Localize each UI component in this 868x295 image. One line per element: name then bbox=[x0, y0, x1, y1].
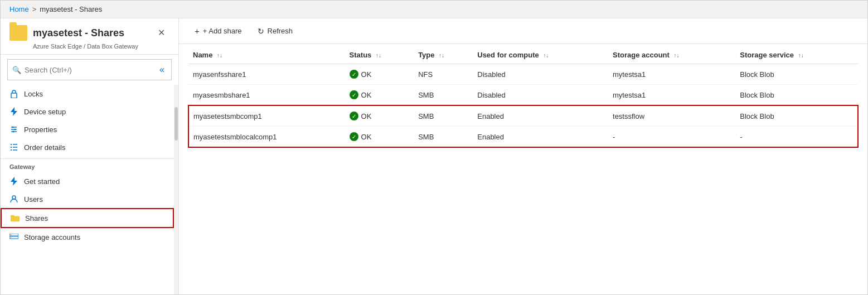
close-button[interactable]: ✕ bbox=[153, 25, 169, 40]
sidebar-item-get-started-label: Get started bbox=[24, 177, 60, 186]
breadcrumb-home[interactable]: Home bbox=[9, 5, 29, 13]
table-row[interactable]: myasetestsmblocalcomp1 ✓ OK SMB Enabled … bbox=[188, 127, 858, 148]
refresh-icon: ↻ bbox=[258, 27, 264, 36]
search-box: 🔍 « bbox=[7, 59, 172, 80]
status-ok-icon: ✓ bbox=[350, 70, 358, 79]
status-ok-icon: ✓ bbox=[350, 90, 358, 99]
cell-storage-account: mytestsa1 bbox=[608, 64, 735, 85]
get-started-icon bbox=[9, 177, 18, 186]
cell-storage-service: Block Blob bbox=[735, 105, 858, 127]
cell-type: SMB bbox=[414, 127, 473, 148]
sidebar-content: Locks Device setup Properties bbox=[1, 85, 174, 294]
cell-name: myasesmbshare1 bbox=[188, 85, 345, 106]
cell-storage-service: Block Blob bbox=[735, 85, 858, 106]
refresh-label: Refresh bbox=[268, 27, 293, 35]
storage-icon bbox=[9, 233, 18, 241]
cell-storage-service: - bbox=[735, 127, 858, 148]
sidebar-item-get-started[interactable]: Get started bbox=[1, 172, 174, 190]
svg-point-15 bbox=[12, 196, 16, 199]
svg-rect-12 bbox=[11, 149, 12, 151]
cell-name: myasenfsshare1 bbox=[188, 64, 345, 85]
status-label: OK bbox=[361, 91, 372, 99]
breadcrumb: Home > myasetest - Shares bbox=[1, 1, 867, 18]
shares-table: Name ↑↓ Status ↑↓ Type ↑↓ Used for compu… bbox=[188, 44, 859, 148]
sidebar: myasetest - Shares ✕ Azure Stack Edge / … bbox=[1, 18, 179, 294]
main-window: Home > myasetest - Shares myasetest - Sh… bbox=[0, 0, 868, 295]
page-title: myasetest - Shares bbox=[33, 27, 124, 39]
table-header-row: Name ↑↓ Status ↑↓ Type ↑↓ Used for compu… bbox=[188, 44, 858, 64]
cell-compute: Enabled bbox=[473, 127, 608, 148]
cell-type: SMB bbox=[414, 105, 473, 127]
sidebar-title-area: myasetest - Shares bbox=[9, 25, 124, 41]
cell-status: ✓ OK bbox=[345, 64, 414, 85]
sidebar-item-shares[interactable]: Shares bbox=[1, 208, 174, 228]
shares-folder-icon bbox=[11, 214, 20, 223]
sidebar-item-device-setup[interactable]: Device setup bbox=[1, 103, 174, 120]
sidebar-item-shares-label: Shares bbox=[25, 214, 48, 223]
refresh-button[interactable]: ↻ Refresh bbox=[251, 23, 300, 39]
cell-type: NFS bbox=[414, 64, 473, 85]
status-label: OK bbox=[361, 70, 372, 79]
list-icon bbox=[9, 143, 18, 152]
col-status[interactable]: Status ↑↓ bbox=[345, 44, 414, 64]
sidebar-item-locks[interactable]: Locks bbox=[1, 85, 174, 103]
status-label: OK bbox=[361, 133, 372, 141]
col-storage-service[interactable]: Storage service ↑↓ bbox=[735, 44, 858, 64]
col-type[interactable]: Type ↑↓ bbox=[414, 44, 473, 64]
cell-storage-service: Block Blob bbox=[735, 64, 858, 85]
gateway-section-label: Gateway bbox=[1, 158, 174, 172]
svg-marker-14 bbox=[11, 177, 17, 186]
sidebar-item-order-details[interactable]: Order details bbox=[1, 138, 174, 156]
breadcrumb-current: myasetest - Shares bbox=[40, 5, 102, 13]
add-share-label: + Add share bbox=[203, 27, 242, 35]
sidebar-header: myasetest - Shares ✕ Azure Stack Edge / … bbox=[1, 18, 178, 55]
cell-status: ✓ OK bbox=[345, 127, 414, 148]
search-input[interactable] bbox=[25, 66, 154, 74]
col-used-for-compute[interactable]: Used for compute ↑↓ bbox=[473, 44, 608, 64]
col-storage-account[interactable]: Storage account ↑↓ bbox=[608, 44, 735, 64]
toolbar: + + Add share ↻ Refresh bbox=[179, 18, 867, 44]
sidebar-item-users[interactable]: Users bbox=[1, 190, 174, 208]
lock-icon bbox=[9, 89, 18, 98]
main-area: myasetest - Shares ✕ Azure Stack Edge / … bbox=[1, 18, 867, 294]
svg-rect-8 bbox=[11, 144, 12, 145]
cell-name: myasetestsmblocalcomp1 bbox=[188, 127, 345, 148]
cell-compute: Disabled bbox=[473, 85, 608, 106]
svg-point-6 bbox=[14, 129, 16, 130]
table-row[interactable]: myasenfsshare1 ✓ OK NFS Disabled mytests… bbox=[188, 64, 858, 85]
highlighted-rows: myasetestsmbcomp1 ✓ OK SMB Enabled tests… bbox=[188, 105, 858, 147]
sidebar-item-order-details-label: Order details bbox=[24, 143, 65, 152]
status-label: OK bbox=[361, 112, 372, 120]
user-icon bbox=[9, 195, 18, 204]
sidebar-subtitle: Azure Stack Edge / Data Box Gateway bbox=[33, 43, 169, 50]
cell-storage-account: mytestsa1 bbox=[608, 85, 735, 106]
svg-rect-10 bbox=[11, 147, 12, 148]
sidebar-scroll-area: Locks Device setup Properties bbox=[1, 85, 178, 294]
sidebar-scrollbar-thumb bbox=[174, 107, 178, 141]
svg-point-7 bbox=[13, 131, 14, 133]
col-name[interactable]: Name ↑↓ bbox=[188, 44, 345, 64]
status-ok-icon: ✓ bbox=[350, 132, 358, 141]
svg-point-5 bbox=[12, 127, 14, 128]
sliders-icon bbox=[9, 125, 18, 134]
sidebar-scrollbar[interactable] bbox=[174, 85, 178, 294]
collapse-sidebar-button[interactable]: « bbox=[157, 62, 167, 77]
sidebar-item-device-setup-label: Device setup bbox=[24, 108, 66, 116]
content-area: + + Add share ↻ Refresh Name ↑↓ Status ↑… bbox=[179, 18, 867, 294]
breadcrumb-separator: > bbox=[32, 5, 37, 13]
cell-storage-account: testssflow bbox=[608, 105, 735, 127]
sidebar-item-properties[interactable]: Properties bbox=[1, 120, 174, 138]
cell-status: ✓ OK bbox=[345, 85, 414, 106]
cell-name: myasetestsmbcomp1 bbox=[188, 105, 345, 127]
table-row[interactable]: myasetestsmbcomp1 ✓ OK SMB Enabled tests… bbox=[188, 105, 858, 127]
add-share-button[interactable]: + + Add share bbox=[188, 23, 249, 39]
sidebar-item-users-label: Users bbox=[24, 195, 43, 204]
cell-storage-account: - bbox=[608, 127, 735, 148]
table-row[interactable]: myasesmbshare1 ✓ OK SMB Disabled mytests… bbox=[188, 85, 858, 106]
sidebar-item-storage-accounts[interactable]: Storage accounts bbox=[1, 228, 174, 246]
cell-compute: Enabled bbox=[473, 105, 608, 127]
sidebar-item-storage-accounts-label: Storage accounts bbox=[24, 233, 80, 241]
svg-rect-0 bbox=[11, 93, 17, 98]
folder-icon bbox=[9, 25, 27, 41]
cell-compute: Disabled bbox=[473, 64, 608, 85]
